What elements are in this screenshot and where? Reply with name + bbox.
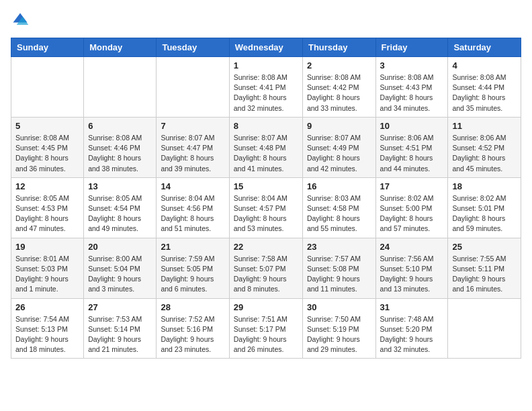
week-row-4: 19Sunrise: 8:01 AM Sunset: 5:03 PM Dayli… <box>11 238 521 298</box>
calendar-cell: 27Sunrise: 7:53 AM Sunset: 5:14 PM Dayli… <box>84 298 157 359</box>
day-info: Sunrise: 8:08 AM Sunset: 4:46 PM Dayligh… <box>88 133 152 174</box>
week-row-5: 26Sunrise: 7:54 AM Sunset: 5:13 PM Dayli… <box>11 298 521 359</box>
calendar-cell: 19Sunrise: 8:01 AM Sunset: 5:03 PM Dayli… <box>11 238 84 298</box>
calendar-cell: 13Sunrise: 8:05 AM Sunset: 4:54 PM Dayli… <box>84 177 157 238</box>
calendar-cell: 28Sunrise: 7:52 AM Sunset: 5:16 PM Dayli… <box>157 298 229 359</box>
day-number: 19 <box>15 242 79 252</box>
day-number: 9 <box>307 121 371 131</box>
day-number: 18 <box>452 181 517 191</box>
calendar-cell: 22Sunrise: 7:58 AM Sunset: 5:07 PM Dayli… <box>229 238 302 298</box>
day-number: 5 <box>15 121 79 131</box>
calendar-cell: 24Sunrise: 7:56 AM Sunset: 5:10 PM Dayli… <box>375 238 448 298</box>
day-number: 31 <box>380 302 444 312</box>
day-number: 25 <box>452 242 517 252</box>
calendar-cell: 25Sunrise: 7:55 AM Sunset: 5:11 PM Dayli… <box>448 238 521 298</box>
calendar-cell: 20Sunrise: 8:00 AM Sunset: 5:04 PM Dayli… <box>84 238 157 298</box>
day-info: Sunrise: 8:07 AM Sunset: 4:47 PM Dayligh… <box>161 133 224 174</box>
day-info: Sunrise: 7:56 AM Sunset: 5:10 PM Dayligh… <box>380 254 444 295</box>
calendar-cell: 31Sunrise: 7:48 AM Sunset: 5:20 PM Dayli… <box>375 298 448 359</box>
calendar-cell: 12Sunrise: 8:05 AM Sunset: 4:53 PM Dayli… <box>11 177 84 238</box>
day-info: Sunrise: 8:04 AM Sunset: 4:56 PM Dayligh… <box>161 193 224 234</box>
day-number: 8 <box>234 121 298 131</box>
day-number: 2 <box>307 60 371 71</box>
calendar-cell: 4Sunrise: 8:08 AM Sunset: 4:44 PM Daylig… <box>448 57 521 118</box>
day-info: Sunrise: 8:08 AM Sunset: 4:43 PM Dayligh… <box>380 73 444 113</box>
calendar-cell: 11Sunrise: 8:06 AM Sunset: 4:52 PM Dayli… <box>448 117 521 177</box>
calendar-cell: 5Sunrise: 8:08 AM Sunset: 4:45 PM Daylig… <box>11 117 84 177</box>
day-number: 3 <box>380 60 444 71</box>
calendar-cell: 26Sunrise: 7:54 AM Sunset: 5:13 PM Dayli… <box>11 298 84 359</box>
day-number: 14 <box>161 181 224 191</box>
calendar-cell: 18Sunrise: 8:02 AM Sunset: 5:01 PM Dayli… <box>448 177 521 238</box>
day-number: 10 <box>380 121 444 131</box>
header-monday: Monday <box>84 38 157 57</box>
day-number: 22 <box>234 242 298 252</box>
calendar-cell <box>11 57 84 118</box>
day-number: 1 <box>234 60 298 71</box>
day-info: Sunrise: 7:55 AM Sunset: 5:11 PM Dayligh… <box>452 254 517 295</box>
calendar-cell: 29Sunrise: 7:51 AM Sunset: 5:17 PM Dayli… <box>229 298 302 359</box>
days-header-row: SundayMondayTuesdayWednesdayThursdayFrid… <box>11 38 521 57</box>
day-number: 11 <box>452 121 517 131</box>
calendar-cell: 2Sunrise: 8:08 AM Sunset: 4:42 PM Daylig… <box>302 57 375 118</box>
calendar-cell: 15Sunrise: 8:04 AM Sunset: 4:57 PM Dayli… <box>229 177 302 238</box>
day-info: Sunrise: 8:07 AM Sunset: 4:48 PM Dayligh… <box>234 133 298 174</box>
day-info: Sunrise: 8:02 AM Sunset: 5:00 PM Dayligh… <box>380 193 444 234</box>
day-number: 12 <box>15 181 79 191</box>
day-number: 23 <box>307 242 371 252</box>
day-number: 28 <box>161 302 224 312</box>
calendar-cell: 30Sunrise: 7:50 AM Sunset: 5:19 PM Dayli… <box>302 298 375 359</box>
header-sunday: Sunday <box>11 38 84 57</box>
day-info: Sunrise: 8:00 AM Sunset: 5:04 PM Dayligh… <box>88 254 152 295</box>
calendar-cell: 7Sunrise: 8:07 AM Sunset: 4:47 PM Daylig… <box>157 117 229 177</box>
day-info: Sunrise: 7:57 AM Sunset: 5:08 PM Dayligh… <box>307 254 371 295</box>
calendar-cell: 10Sunrise: 8:06 AM Sunset: 4:51 PM Dayli… <box>375 117 448 177</box>
day-number: 6 <box>88 121 152 131</box>
day-info: Sunrise: 8:01 AM Sunset: 5:03 PM Dayligh… <box>15 254 79 295</box>
header-friday: Friday <box>375 38 448 57</box>
day-info: Sunrise: 8:08 AM Sunset: 4:42 PM Dayligh… <box>307 73 371 113</box>
day-number: 15 <box>234 181 298 191</box>
header-tuesday: Tuesday <box>157 38 229 57</box>
day-info: Sunrise: 7:59 AM Sunset: 5:05 PM Dayligh… <box>161 254 224 295</box>
day-number: 24 <box>380 242 444 252</box>
page-header <box>11 11 521 30</box>
header-saturday: Saturday <box>448 38 521 57</box>
calendar-cell: 14Sunrise: 8:04 AM Sunset: 4:56 PM Dayli… <box>157 177 229 238</box>
logo-icon <box>11 11 30 30</box>
calendar-table: SundayMondayTuesdayWednesdayThursdayFrid… <box>11 38 521 359</box>
week-row-2: 5Sunrise: 8:08 AM Sunset: 4:45 PM Daylig… <box>11 117 521 177</box>
calendar-cell: 1Sunrise: 8:08 AM Sunset: 4:41 PM Daylig… <box>229 57 302 118</box>
calendar-cell: 9Sunrise: 8:07 AM Sunset: 4:49 PM Daylig… <box>302 117 375 177</box>
day-number: 26 <box>15 302 79 312</box>
header-thursday: Thursday <box>302 38 375 57</box>
day-info: Sunrise: 8:02 AM Sunset: 5:01 PM Dayligh… <box>452 193 517 234</box>
day-number: 16 <box>307 181 371 191</box>
day-number: 30 <box>307 302 371 312</box>
day-info: Sunrise: 8:05 AM Sunset: 4:53 PM Dayligh… <box>15 193 79 234</box>
day-number: 7 <box>161 121 224 131</box>
day-info: Sunrise: 8:03 AM Sunset: 4:58 PM Dayligh… <box>307 193 371 234</box>
day-info: Sunrise: 8:08 AM Sunset: 4:44 PM Dayligh… <box>452 73 517 113</box>
calendar-cell: 6Sunrise: 8:08 AM Sunset: 4:46 PM Daylig… <box>84 117 157 177</box>
day-number: 4 <box>452 60 517 71</box>
calendar-cell: 23Sunrise: 7:57 AM Sunset: 5:08 PM Dayli… <box>302 238 375 298</box>
calendar-cell: 3Sunrise: 8:08 AM Sunset: 4:43 PM Daylig… <box>375 57 448 118</box>
calendar-cell: 17Sunrise: 8:02 AM Sunset: 5:00 PM Dayli… <box>375 177 448 238</box>
day-number: 29 <box>234 302 298 312</box>
day-info: Sunrise: 8:06 AM Sunset: 4:51 PM Dayligh… <box>380 133 444 174</box>
day-number: 20 <box>88 242 152 252</box>
day-info: Sunrise: 8:07 AM Sunset: 4:49 PM Dayligh… <box>307 133 371 174</box>
calendar-cell: 16Sunrise: 8:03 AM Sunset: 4:58 PM Dayli… <box>302 177 375 238</box>
week-row-1: 1Sunrise: 8:08 AM Sunset: 4:41 PM Daylig… <box>11 57 521 118</box>
header-wednesday: Wednesday <box>229 38 302 57</box>
day-info: Sunrise: 8:06 AM Sunset: 4:52 PM Dayligh… <box>452 133 517 174</box>
day-info: Sunrise: 8:04 AM Sunset: 4:57 PM Dayligh… <box>234 193 298 234</box>
day-info: Sunrise: 7:53 AM Sunset: 5:14 PM Dayligh… <box>88 314 152 355</box>
calendar-cell <box>84 57 157 118</box>
day-info: Sunrise: 7:52 AM Sunset: 5:16 PM Dayligh… <box>161 314 224 355</box>
day-info: Sunrise: 7:58 AM Sunset: 5:07 PM Dayligh… <box>234 254 298 295</box>
week-row-3: 12Sunrise: 8:05 AM Sunset: 4:53 PM Dayli… <box>11 177 521 238</box>
day-info: Sunrise: 8:08 AM Sunset: 4:41 PM Dayligh… <box>234 73 298 113</box>
calendar-cell <box>157 57 229 118</box>
